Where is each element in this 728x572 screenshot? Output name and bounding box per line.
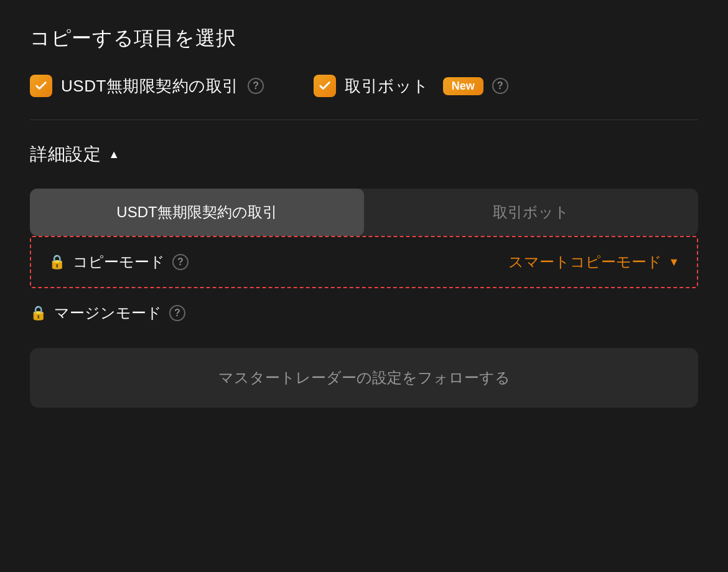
tab-trading-bot[interactable]: 取引ボット (364, 189, 698, 236)
checkbox-trading-bot-label: 取引ボット (345, 75, 429, 97)
usdt-futures-help-icon[interactable]: ? (248, 78, 264, 94)
tabs-container: USDT無期限契約の取引 取引ボット (30, 189, 698, 236)
checkbox-row: USDT無期限契約の取引 ? 取引ボット New ? (30, 75, 698, 97)
copy-mode-label-group: 🔒 コピーモード ? (49, 252, 189, 272)
section-collapse-icon[interactable]: ▲ (108, 148, 119, 161)
checkbox-usdt-futures-box[interactable] (30, 75, 52, 97)
copy-mode-field[interactable]: 🔒 コピーモード ? スマートコピーモード ▼ (30, 236, 698, 288)
margin-mode-help-icon[interactable]: ? (169, 305, 185, 321)
copy-mode-label: コピーモード (73, 252, 165, 272)
checkbox-trading-bot-box[interactable] (314, 75, 336, 97)
follow-settings-button[interactable]: マスタートレーダーの設定をフォローする (30, 348, 698, 408)
trading-bot-help-icon[interactable]: ? (492, 78, 508, 94)
margin-mode-row: 🔒 マージンモード ? (30, 288, 698, 338)
copy-mode-chevron-icon: ▼ (668, 256, 679, 269)
copy-mode-lock-icon: 🔒 (49, 254, 65, 270)
margin-mode-label: マージンモード (54, 303, 162, 323)
margin-mode-lock-icon: 🔒 (30, 305, 47, 321)
checkbox-usdt-futures-label: USDT無期限契約の取引 (61, 75, 239, 97)
copy-mode-help-icon[interactable]: ? (172, 254, 189, 270)
section-divider (30, 120, 698, 120)
copy-mode-value[interactable]: スマートコピーモード ▼ (508, 252, 679, 272)
checkbox-trading-bot[interactable]: 取引ボット New ? (314, 75, 508, 97)
checkbox-usdt-futures[interactable]: USDT無期限契約の取引 ? (30, 75, 264, 97)
section-title-row: 詳細設定 ▲ (30, 143, 698, 166)
page-title: コピーする項目を選択 (30, 25, 698, 52)
section-title: 詳細設定 (30, 143, 101, 166)
new-badge: New (443, 77, 483, 95)
tab-usdt-futures[interactable]: USDT無期限契約の取引 (30, 189, 364, 236)
copy-mode-value-text: スマートコピーモード (508, 252, 662, 272)
